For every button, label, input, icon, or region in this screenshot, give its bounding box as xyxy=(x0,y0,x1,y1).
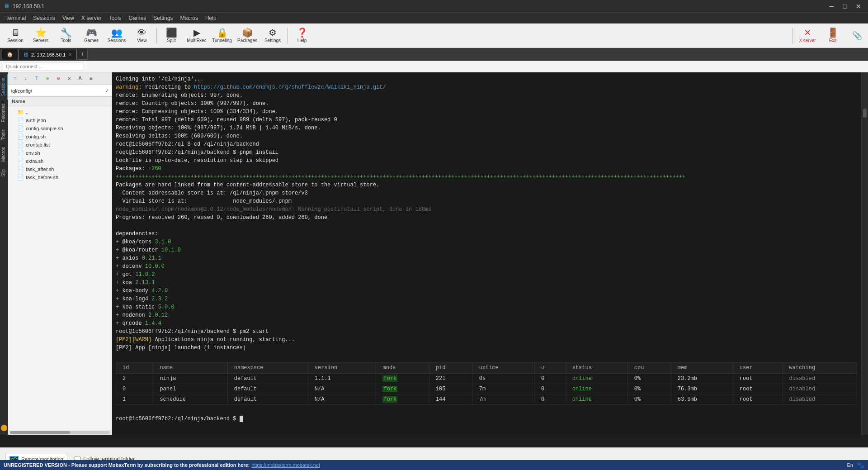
xserver-icon: ✕ xyxy=(804,28,811,37)
left-tab-tools[interactable]: Tools xyxy=(0,126,8,143)
sb-text-btn[interactable]: T xyxy=(32,74,42,84)
menu-games[interactable]: Games xyxy=(125,14,150,22)
menu-xserver[interactable]: X server xyxy=(78,14,105,22)
close-button[interactable]: ✕ xyxy=(853,1,864,11)
sb-down-btn[interactable]: ↓ xyxy=(21,74,31,84)
terminal[interactable]: Cloning into '/ql/ninja'... warning: red… xyxy=(112,72,861,435)
toolbar-xserver[interactable]: ✕ X server xyxy=(796,25,819,46)
mobatek-link[interactable]: https://mobaxterm.mobatek.net xyxy=(251,462,320,468)
window-controls: ─ □ ✕ xyxy=(826,1,864,11)
menu-sessions[interactable]: Sessions xyxy=(29,14,59,22)
menu-view[interactable]: View xyxy=(59,14,78,22)
sb-up-btn[interactable]: ↑ xyxy=(10,74,20,84)
col-mem: mem xyxy=(671,362,733,374)
tree-item-crontab[interactable]: 📄 crontab.list xyxy=(8,141,112,149)
menu-help[interactable]: Help xyxy=(202,14,220,22)
title-icon: 🖥 xyxy=(4,3,10,10)
tab-close-button[interactable]: ✕ xyxy=(68,52,72,57)
table-row: 0 panel default N/A fork 105 7m 0 online… xyxy=(116,384,857,394)
tab-session-1[interactable]: 🖥 2. 192.168.50.1 ✕ xyxy=(18,49,77,60)
toolbar-tunneling[interactable]: 🔒 Tunneling xyxy=(210,25,234,46)
left-tab-macros[interactable]: Macros xyxy=(0,143,8,166)
status-bar: UNREGISTERED VERSION - Please support Mo… xyxy=(0,460,868,470)
sb-close-btn[interactable]: ✕ xyxy=(64,74,74,84)
menu-macros[interactable]: Macros xyxy=(177,14,202,22)
tunneling-icon: 🔒 xyxy=(217,28,228,37)
minimize-button[interactable]: ─ xyxy=(826,1,837,11)
toolbar-exit[interactable]: 🚪 Exit xyxy=(821,25,844,46)
toolbar-games[interactable]: 🎮 Games xyxy=(80,25,103,46)
sb-menu-btn[interactable]: ≡ xyxy=(86,74,96,84)
toolbar-tools[interactable]: 🔧 Tools xyxy=(54,25,78,46)
tree-item-parent[interactable]: 📁 .. xyxy=(8,108,112,116)
toolbar-session[interactable]: 🖥 Session xyxy=(4,25,27,46)
file-icon: 📄 xyxy=(17,125,24,132)
folder-icon: 📁 xyxy=(17,109,24,115)
sb-a-btn[interactable]: A xyxy=(75,74,85,84)
toolbar: 🖥 Session ⭐ Servers 🔧 Tools 🎮 Games 👥 Se… xyxy=(0,24,868,48)
right-scroll-panel xyxy=(861,72,868,435)
address-bar xyxy=(0,61,868,72)
toolbar-packages[interactable]: 📦 Packages xyxy=(236,25,259,46)
col-mode: mode xyxy=(376,362,429,374)
flag-icon: 🐾 xyxy=(857,461,864,469)
servers-icon: ⭐ xyxy=(35,28,47,37)
tree-item-task-before[interactable]: 📄 task_before.sh xyxy=(8,173,112,181)
multiexec-icon: ▶ xyxy=(193,28,200,37)
toolbar-separator-3 xyxy=(793,28,793,44)
toolbar-split[interactable]: ⬛ Split xyxy=(160,25,183,46)
file-icon: 📄 xyxy=(17,142,24,148)
table-row: 1 schedule default N/A fork 144 7m 0 onl… xyxy=(116,394,857,405)
new-tab-button[interactable]: + xyxy=(77,49,88,60)
tree-item-extra-sh[interactable]: 📄 extra.sh xyxy=(8,157,112,165)
toolbar-separator-1 xyxy=(156,28,157,44)
tree-item-task-after[interactable]: 📄 task_after.sh xyxy=(8,165,112,173)
horizontal-scrollbar[interactable] xyxy=(10,431,110,434)
toolbar-help[interactable]: ❓ Help xyxy=(290,25,314,46)
col-restarts: ↺ xyxy=(534,362,566,374)
menu-settings[interactable]: Settings xyxy=(150,14,176,22)
toolbar-settings[interactable]: ⚙ Settings xyxy=(261,25,284,46)
tab-home[interactable]: 🏠 xyxy=(2,49,18,60)
maximize-button[interactable]: □ xyxy=(839,1,851,11)
toolbar-view[interactable]: 👁 View xyxy=(130,25,154,46)
col-uptime: uptime xyxy=(472,362,534,374)
col-status: status xyxy=(566,362,627,374)
attach-icon[interactable]: 📎 xyxy=(850,28,864,43)
scrollbar-thumb[interactable] xyxy=(863,109,867,118)
toolbar-sessions[interactable]: 👥 Sessions xyxy=(105,25,128,46)
title-bar: 🖥 192.168.50.1 ─ □ ✕ xyxy=(0,0,868,13)
help-icon: ❓ xyxy=(297,28,308,37)
col-namespace: namespace xyxy=(227,362,308,374)
terminal-scrollbar[interactable] xyxy=(863,109,867,435)
toolbar-right: ✕ X server 🚪 Exit 📎 xyxy=(792,25,864,46)
file-icon: 📄 xyxy=(17,117,24,123)
tree-item-config-sh[interactable]: 📄 config.sh xyxy=(8,133,112,141)
terminal-tab-icon: 🖥 xyxy=(23,52,28,58)
sb-add-btn[interactable]: ⊕ xyxy=(42,74,52,84)
col-id: id xyxy=(116,362,153,374)
tree-item-config-sample[interactable]: 📄 config.sample.sh xyxy=(8,124,112,133)
menu-terminal[interactable]: Terminal xyxy=(2,14,29,22)
title-text: 192.168.50.1 xyxy=(13,3,826,9)
tools-icon: 🔧 xyxy=(61,28,72,37)
left-tab-sessions[interactable]: Sessions xyxy=(0,74,8,100)
col-name: name xyxy=(153,362,227,374)
left-tab-slip[interactable]: Slip xyxy=(0,166,8,180)
settings-icon: ⚙ xyxy=(269,28,277,37)
tab-label: 2. 192.168.50.1 xyxy=(31,52,66,57)
unregistered-text: UNREGISTERED VERSION - Please support Mo… xyxy=(4,462,250,468)
path-input[interactable] xyxy=(11,88,104,94)
toolbar-servers[interactable]: ⭐ Servers xyxy=(29,25,52,46)
toolbar-multiexec[interactable]: ▶ MultiExec xyxy=(185,25,208,46)
file-icon: 📄 xyxy=(17,158,24,164)
sb-remove-btn[interactable]: ⊖ xyxy=(53,74,63,84)
tree-item-auth-json[interactable]: 📄 auth.json xyxy=(8,116,112,124)
sidebar: ↑ ↓ T ⊕ ⊖ ✕ A ≡ ✓ Name 📁 .. 📄 xyxy=(8,72,112,435)
exit-icon: 🚪 xyxy=(827,28,839,37)
tree-item-env-sh[interactable]: 📄 env.sh xyxy=(8,149,112,157)
menu-tools[interactable]: Tools xyxy=(105,14,125,22)
quick-connect-input[interactable] xyxy=(3,62,84,71)
home-icon: 🏠 xyxy=(7,52,13,57)
left-tab-favorites[interactable]: Favorites xyxy=(0,100,8,126)
